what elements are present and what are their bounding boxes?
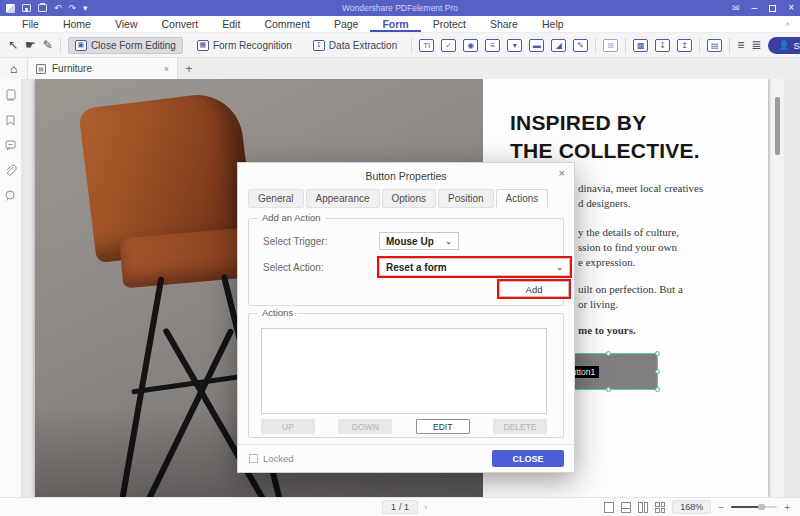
- add-button[interactable]: Add: [499, 281, 569, 297]
- highlight-fields-icon[interactable]: ▩: [633, 39, 648, 52]
- menu-share[interactable]: Share: [478, 16, 530, 32]
- toolbar-separator: [411, 38, 412, 53]
- ribbon-collapse-icon[interactable]: ˄: [785, 20, 790, 29]
- combo-box-field-icon[interactable]: ▾: [507, 39, 522, 52]
- tab-general[interactable]: General: [248, 189, 304, 208]
- attachments-panel-icon[interactable]: [4, 164, 17, 177]
- comments-panel-icon[interactable]: [4, 139, 17, 152]
- vertical-scrollbar[interactable]: [770, 79, 784, 497]
- signature-field-icon[interactable]: ✎: [573, 39, 588, 52]
- menu-form[interactable]: Form: [370, 16, 420, 32]
- image-field-icon[interactable]: ◢: [551, 39, 566, 52]
- undo-icon[interactable]: ↶: [54, 4, 62, 13]
- thumbnails-panel-icon[interactable]: [4, 89, 17, 102]
- select-trigger-dropdown[interactable]: Mouse Up ⌄: [379, 232, 459, 250]
- new-tab-button[interactable]: +: [178, 58, 200, 79]
- selection-handle[interactable]: [606, 351, 611, 356]
- home-tab[interactable]: ⌂: [0, 58, 28, 79]
- page-indicator[interactable]: 1 / 1: [382, 500, 418, 514]
- menu-edit[interactable]: Edit: [210, 16, 252, 32]
- delete-button[interactable]: DELETE: [493, 419, 547, 434]
- close-form-editing-label: Close Form Editing: [91, 40, 176, 51]
- zoom-level[interactable]: 168%: [672, 500, 711, 514]
- chevron-down-icon: ⌄: [445, 237, 452, 246]
- window-title: Wondershare PDFelement Pro: [0, 3, 800, 13]
- tab-actions[interactable]: Actions: [496, 189, 549, 208]
- list-box-field-icon[interactable]: ≡: [485, 39, 500, 52]
- next-page-icon[interactable]: ›: [424, 502, 427, 512]
- menu-file[interactable]: File: [10, 16, 51, 32]
- mail-icon[interactable]: ✉: [732, 4, 740, 13]
- document-tab-title: Furniture: [52, 63, 92, 74]
- tab-options[interactable]: Options: [382, 189, 436, 208]
- text-field-icon[interactable]: TI: [419, 39, 434, 52]
- import-data-icon[interactable]: ↧: [655, 39, 670, 52]
- menu-view[interactable]: View: [103, 16, 150, 32]
- selection-handle[interactable]: [606, 387, 611, 392]
- selection-handle[interactable]: [655, 351, 660, 356]
- close-form-editing-button[interactable]: ▣ Close Form Editing: [68, 37, 183, 54]
- two-page-view-icon[interactable]: [638, 502, 648, 513]
- select-action-dropdown[interactable]: Reset a form ⌄: [379, 258, 570, 276]
- scrollbar-thumb[interactable]: [775, 97, 780, 155]
- account-button[interactable]: 👤 Shelley: [768, 37, 800, 54]
- dialog-close-icon[interactable]: ×: [559, 167, 565, 179]
- zoom-slider-knob[interactable]: [758, 504, 765, 510]
- data-extraction-button[interactable]: ↧ Data Extraction: [306, 37, 404, 54]
- radio-button-field-icon[interactable]: ◉: [463, 39, 478, 52]
- selection-handle[interactable]: [655, 369, 660, 374]
- status-bar: 1 / 1 › 168% − +: [0, 497, 800, 516]
- up-button[interactable]: UP: [261, 419, 315, 434]
- zoom-slider[interactable]: [731, 506, 777, 508]
- select-tool-icon[interactable]: ↖: [8, 39, 18, 51]
- form-recognition-button[interactable]: ▦ Form Recognition: [190, 37, 299, 54]
- close-dialog-button[interactable]: CLOSE: [492, 450, 564, 467]
- redo-icon[interactable]: ↷: [69, 4, 77, 13]
- align-fields-icon[interactable]: ≡: [737, 39, 744, 51]
- edit-tool-icon[interactable]: ✎: [43, 39, 53, 51]
- close-tab-icon[interactable]: ×: [164, 64, 169, 74]
- zoom-out-icon[interactable]: −: [718, 502, 724, 513]
- close-window-button[interactable]: ×: [788, 3, 794, 13]
- down-button[interactable]: DOWN: [338, 419, 392, 434]
- document-tab[interactable]: ▤ Furniture ×: [28, 58, 178, 79]
- zoom-slider-fill: [731, 506, 759, 508]
- hand-tool-icon[interactable]: ☛: [25, 39, 36, 51]
- continuous-view-icon[interactable]: [621, 502, 631, 513]
- menu-home[interactable]: Home: [51, 16, 103, 32]
- menu-convert[interactable]: Convert: [150, 16, 211, 32]
- checkbox-field-icon[interactable]: ✓: [441, 39, 456, 52]
- selection-handle[interactable]: [655, 387, 660, 392]
- view-controls: 168% − +: [604, 500, 790, 514]
- grid-view-icon[interactable]: [655, 502, 665, 513]
- template-icon[interactable]: ▤: [707, 39, 722, 52]
- export-data-icon[interactable]: ↥: [677, 39, 692, 52]
- zoom-in-icon[interactable]: +: [784, 502, 790, 513]
- quick-access-caret-icon[interactable]: ▾: [83, 4, 88, 13]
- paragraph-3: uilt on perfection. But a or living.: [578, 282, 683, 312]
- menu-comment[interactable]: Comment: [252, 16, 322, 32]
- single-page-view-icon[interactable]: [604, 502, 614, 513]
- save-icon[interactable]: [22, 4, 31, 12]
- locked-checkbox[interactable]: [249, 454, 258, 463]
- edit-button[interactable]: EDIT: [416, 419, 470, 434]
- minimize-button[interactable]: –: [752, 3, 758, 13]
- form-layout-icon[interactable]: ⊞: [603, 39, 618, 52]
- tab-position[interactable]: Position: [438, 189, 494, 208]
- form-recognition-icon: ▦: [197, 40, 209, 51]
- print-icon[interactable]: [38, 4, 47, 12]
- actions-list[interactable]: [261, 328, 547, 414]
- maximize-button[interactable]: [769, 5, 776, 12]
- select-trigger-label: Select Trigger:: [263, 236, 327, 247]
- account-name: Shelley: [794, 40, 800, 51]
- menu-protect[interactable]: Protect: [421, 16, 478, 32]
- locked-label: Locked: [263, 453, 294, 464]
- menu-help[interactable]: Help: [530, 16, 576, 32]
- menu-page[interactable]: Page: [322, 16, 371, 32]
- push-button-field-icon[interactable]: ▬: [529, 39, 544, 52]
- search-panel-icon[interactable]: [4, 189, 17, 202]
- distribute-fields-icon[interactable]: ≣: [751, 39, 761, 51]
- tab-appearance[interactable]: Appearance: [306, 189, 380, 208]
- bookmarks-panel-icon[interactable]: [4, 114, 17, 127]
- toolbar-separator: [60, 38, 61, 53]
